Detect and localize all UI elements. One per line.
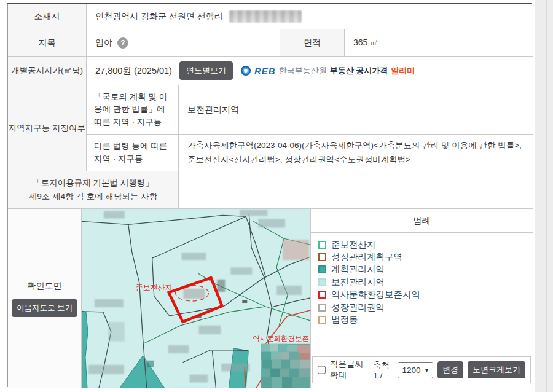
price-value-cell: 27,800원 (2025/01) 연도별보기 REB 한국부동산원 부동산 공… — [87, 57, 533, 85]
zoning-header: 지역지구등 지정여부 — [8, 85, 87, 171]
map-controls: 작은글씨확대 축척 1 / 1200 ▾ 변경 도면크게보기 — [312, 356, 531, 383]
map-label: 확인도면 — [28, 281, 62, 292]
legend-swatch-preservation-management — [318, 278, 326, 286]
legend-item: 보전관리지역 — [318, 276, 420, 288]
national-law-value: 보전관리지역 — [187, 104, 239, 116]
change-scale-button[interactable]: 변경 — [437, 361, 463, 378]
location-value-cell: 인천광역시 강화군 선원면 선행리 — [87, 4, 533, 29]
legend-swatch-junbojeonsanji — [318, 241, 326, 249]
area-value: 365 ㎡ — [353, 37, 378, 49]
legend-swatch-growth-management — [318, 304, 326, 312]
reb-swirl-icon — [240, 65, 251, 76]
national-law-value-cell: 보전관리지역 — [179, 85, 533, 135]
small-text-label: 작은글씨확대 — [330, 359, 365, 381]
location-address: 인천광역시 강화군 선원면 선행리 — [95, 11, 223, 22]
location-label: 소재지 — [34, 11, 60, 22]
price-header: 개별공시지가(㎡당) — [8, 57, 87, 85]
chevron-down-icon: ▾ — [425, 367, 428, 374]
national-law-label: 「국토의 계획 및 이용에 관한 법률」에 따른 지역 · 지구등 — [94, 91, 171, 128]
legend-item: 성장관리계획구역 — [318, 251, 420, 263]
legend-item: 역사문화환경보존지역 — [318, 289, 420, 301]
other-law-value: 가축사육제한구역(2023-04-06)(가축사육제한구역)<가축분뇨의 관리 … — [187, 139, 524, 167]
category-value-cell: 임야 ? — [87, 29, 280, 57]
legend-title-text: 범례 — [413, 215, 431, 227]
regulation-label-line2: 제9조 제4항 각 호에 해당되는 사항 — [29, 192, 157, 201]
area-label: 면적 — [304, 37, 321, 49]
yearly-price-button[interactable]: 연도별보기 — [179, 61, 233, 80]
land-info-table: 소재지 인천광역시 강화군 선원면 선행리 지목 임야 ? 면적 365 ㎡ 개… — [7, 3, 532, 387]
reb-logo-link[interactable]: REB 한국부동산원 부동산 공시가격 알리미 — [240, 65, 415, 76]
legend-swatch-legal-district — [318, 316, 326, 324]
zoning-label: 지역지구등 지정여부 — [9, 123, 85, 134]
category-header: 지목 — [8, 29, 87, 57]
area-header: 면적 — [280, 29, 345, 57]
other-law-label: 다른 법령 등에 따른 지역 · 지구등 — [94, 140, 171, 165]
scale-select[interactable]: 1200 ▾ — [398, 362, 433, 378]
location-header: 소재지 — [8, 4, 87, 29]
reb-brand-text: REB — [254, 66, 276, 76]
gutter-divider — [546, 0, 547, 392]
cadastral-map-canvas: 준보전산지 역사문화환경보존지 — [82, 209, 310, 388]
page-right-gutter — [535, 0, 553, 392]
legend-item: 준보전산지 — [318, 238, 420, 251]
legend-swatch-historic-preservation — [318, 291, 326, 299]
help-icon[interactable]: ? — [117, 37, 128, 49]
small-text-checkbox[interactable] — [318, 366, 326, 374]
legend-swatch-growth-plan-zone — [318, 253, 326, 261]
map-mosaic-redaction — [261, 344, 310, 388]
reb-service-text: 부동산 공시가격 — [330, 65, 388, 76]
other-law-value-cell: 가축사육제한구역(2023-04-06)(가축사육제한구역)<가축분뇨의 관리 … — [179, 135, 533, 171]
scale-value: 1200 — [402, 366, 421, 375]
scale-label: 축척 1 / — [373, 360, 393, 380]
reb-org-text: 한국부동산원 — [279, 65, 327, 76]
regulation-value-cell — [179, 171, 533, 209]
legend-list: 준보전산지 성장관리계획구역 계획관리지역 보전관리지역 역사문화환경보존지역 … — [318, 238, 420, 326]
area-value-cell: 365 ㎡ — [345, 29, 533, 57]
land-use-plan-page: 소재지 인천광역시 강화군 선원면 선행리 지목 임야 ? 면적 365 ㎡ 개… — [0, 0, 553, 392]
category-label: 지목 — [39, 37, 56, 49]
price-value: 27,800원 (2025/01) — [95, 65, 172, 77]
map-label-yeoksa: 역사문화환경보존지 — [253, 335, 310, 342]
other-law-header: 다른 법령 등에 따른 지역 · 지구등 — [87, 135, 179, 171]
category-value: 임야 — [95, 37, 112, 49]
map-header: 확인도면 이음지도로 보기 — [8, 209, 82, 388]
regulation-label: 「토지이용규제 기본법 시행령」 제9조 제4항 각 호에 해당되는 사항 — [29, 176, 157, 203]
legend-item: 계획관리지역 — [318, 264, 420, 276]
legend-item: 법정동 — [318, 313, 420, 326]
linked-map-button[interactable]: 이음지도로 보기 — [12, 299, 77, 317]
legend-swatch-plan-management — [318, 265, 326, 273]
national-law-header: 「국토의 계획 및 이용에 관한 법률」에 따른 지역 · 지구등 — [87, 85, 179, 135]
enlarge-map-button[interactable]: 도면크게보기 — [468, 361, 525, 378]
cadastral-map[interactable]: 준보전산지 역사문화환경보존지 — [82, 209, 311, 388]
redacted-lot-number — [229, 10, 302, 23]
alimi-link[interactable]: 알리미 — [391, 65, 415, 76]
price-label: 개별공시지가(㎡당) — [11, 65, 83, 76]
map-label-junbojeonsanji: 준보전산지 — [136, 283, 173, 292]
legend-panel: 범례 준보전산지 성장관리계획구역 계획관리지역 보전관리지역 역사문화환경보존… — [311, 209, 533, 388]
regulation-header: 「토지이용규제 기본법 시행령」 제9조 제4항 각 호에 해당되는 사항 — [8, 171, 179, 209]
page-bottom-divider — [0, 390, 553, 390]
legend-title: 범례 — [311, 209, 533, 233]
legend-item: 성장관리권역 — [318, 301, 420, 313]
regulation-label-line1: 「토지이용규제 기본법 시행령」 — [33, 178, 154, 187]
